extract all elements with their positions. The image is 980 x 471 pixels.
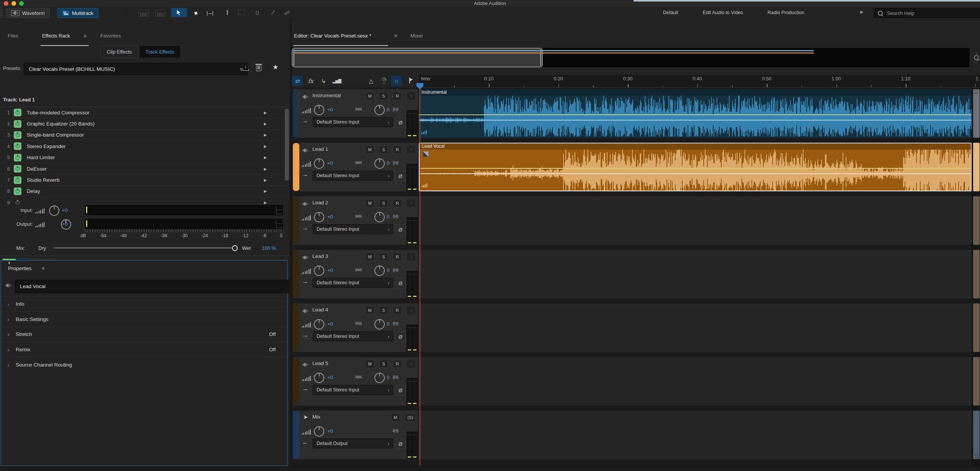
effect-power-icon[interactable] xyxy=(14,154,21,161)
track-meter-fader[interactable] xyxy=(407,217,418,244)
razor-tool-button[interactable]: ◆ xyxy=(191,8,201,17)
solo-button[interactable]: S xyxy=(379,199,388,207)
track-color-strip[interactable] xyxy=(293,143,299,191)
phase-invert-button[interactable]: Ø xyxy=(395,171,406,181)
track-lane-lead-3[interactable] xyxy=(419,250,972,298)
volume-envelope-line[interactable] xyxy=(419,114,972,115)
volume-knob[interactable] xyxy=(314,212,324,222)
mute-button[interactable]: M xyxy=(365,92,374,100)
solo-button[interactable]: S xyxy=(379,92,388,100)
clip-lead-vocal[interactable]: Lead Vocal xyxy=(419,143,972,191)
track-scroll-segment-5[interactable] xyxy=(973,303,980,352)
input-select[interactable]: Default Stereo Input › xyxy=(313,224,393,234)
pan-knob[interactable] xyxy=(374,212,385,222)
effect-power-icon[interactable] xyxy=(14,131,21,139)
spectral-frequency-icon[interactable] xyxy=(139,10,149,17)
spot-healing-tool-button[interactable] xyxy=(282,8,292,17)
input-gain-knob[interactable] xyxy=(49,205,59,216)
search-help-box[interactable] xyxy=(874,8,980,18)
automation-mode-icon[interactable]: ((•)) xyxy=(393,429,398,433)
track-lane-lead-4[interactable] xyxy=(419,303,972,352)
track-color-strip[interactable] xyxy=(293,411,299,459)
phase-invert-button[interactable]: Ø xyxy=(395,278,406,288)
routing-icon[interactable]: ↳ xyxy=(318,76,329,86)
properties-section-remix[interactable]: › Remix Off xyxy=(1,342,286,357)
effect-power-icon[interactable] xyxy=(14,120,21,128)
arm-record-button[interactable]: R xyxy=(393,253,402,261)
clip-instrumental[interactable]: Instrumental xyxy=(419,89,972,138)
track-header-lead-5[interactable]: Lead 5 MSRI +0 |ılı|ılı| 0 ((•)) → Defau… xyxy=(293,357,418,406)
track-header-lead-3[interactable]: Lead 3 MSRI +0 |ılı|ılı| 0 ((•)) → Defau… xyxy=(293,250,418,298)
solo-button[interactable]: S xyxy=(379,306,388,315)
track-scroll-segment-2[interactable] xyxy=(973,143,980,191)
phase-invert-button[interactable]: Ø xyxy=(395,331,406,342)
effect-power-icon[interactable] xyxy=(14,176,21,184)
volume-knob[interactable] xyxy=(314,266,324,276)
pan-value[interactable]: 0 xyxy=(387,214,389,220)
track-meter-fader[interactable] xyxy=(407,164,418,191)
input-select[interactable]: Default Stereo Input › xyxy=(313,278,393,288)
effect-power-icon[interactable] xyxy=(14,142,21,150)
track-lane-mix[interactable] xyxy=(419,411,972,459)
pan-knob[interactable] xyxy=(374,373,385,383)
panel-grip[interactable] xyxy=(0,8,3,18)
favorite-star-icon[interactable]: ★ xyxy=(273,63,278,71)
effect-slot-1[interactable]: 1 Tube-modeled Compressor ▶ xyxy=(0,107,290,118)
mix-percent-value[interactable]: 100 % xyxy=(262,245,276,251)
effect-expand-icon[interactable]: ▶ xyxy=(264,178,267,182)
effect-expand-icon[interactable]: ▶ xyxy=(264,189,267,193)
track-meter-fader[interactable] xyxy=(407,432,418,459)
input-select[interactable]: Default Stereo Input › xyxy=(313,331,393,341)
properties-menu-icon[interactable]: ≡ xyxy=(42,266,45,271)
track-lane-lead-2[interactable] xyxy=(419,196,972,245)
track-meter-fader[interactable] xyxy=(407,271,418,298)
track-header-instrumental[interactable]: Instrumental MSRI +0 |ılı|ılı| 0 ((•)) →… xyxy=(293,89,418,138)
track-lane-lead-5[interactable] xyxy=(419,357,972,406)
paintbrush-tool-button[interactable] xyxy=(267,8,278,17)
waveform-view-button[interactable]: Waveform xyxy=(6,8,50,18)
effect-power-icon[interactable] xyxy=(14,187,21,195)
volume-value[interactable]: +0 xyxy=(327,375,333,380)
tab-mixer[interactable]: Mixer xyxy=(410,33,423,39)
track-color-strip[interactable] xyxy=(293,90,299,137)
pan-value[interactable]: 0 xyxy=(387,160,389,166)
input-select[interactable]: Default Stereo Input › xyxy=(313,385,393,395)
marquee-tool-button[interactable] xyxy=(236,8,247,17)
properties-section-source-channel-routing[interactable]: › Source Channel Routing xyxy=(1,357,286,372)
track-scroll-segment-4[interactable] xyxy=(973,250,980,298)
search-help-input[interactable] xyxy=(886,10,964,16)
zoom-navigate-icon[interactable]: ↕↕ xyxy=(972,52,980,64)
tab-favorites[interactable]: Favorites xyxy=(100,33,121,39)
move-tool-button[interactable] xyxy=(171,8,187,17)
track-effects-button[interactable]: Track Effects xyxy=(139,46,181,58)
mute-button[interactable]: M xyxy=(391,413,400,422)
input-gain-value[interactable]: +0 xyxy=(62,207,68,213)
automation-mode-icon[interactable]: ((•)) xyxy=(393,268,398,272)
effect-expand-icon[interactable]: ▶ xyxy=(264,122,267,126)
arm-record-button[interactable]: R xyxy=(393,306,402,315)
fade-handle-icon[interactable] xyxy=(423,151,429,157)
effect-slot-9[interactable]: 9 ▶ xyxy=(0,197,290,205)
add-marker-button[interactable] xyxy=(404,76,415,86)
time-display-button[interactable]: ◷↔ xyxy=(379,76,389,86)
effect-expand-icon[interactable]: ▶ xyxy=(264,111,267,115)
solo-button[interactable]: S xyxy=(379,253,388,261)
output-select[interactable]: Default Output › xyxy=(313,438,393,448)
ibeam-tool-button[interactable]: I xyxy=(222,8,233,17)
track-color-strip[interactable] xyxy=(293,197,299,244)
effect-slot-6[interactable]: 6 DeEsser ▶ xyxy=(0,163,290,174)
track-meter-fader[interactable] xyxy=(407,110,418,137)
track-header-lead-4[interactable]: Lead 4 MSRI +0 |ılı|ılı| 0 ((•)) → Defau… xyxy=(293,303,418,352)
input-monitor-button[interactable]: I xyxy=(407,145,416,154)
editor-menu-icon[interactable]: ≡ xyxy=(394,33,397,39)
properties-section-stretch[interactable]: › Stretch Off xyxy=(1,327,286,342)
solo-button[interactable]: S xyxy=(379,145,388,154)
arm-record-button[interactable]: R xyxy=(393,92,402,100)
input-monitor-button[interactable]: I xyxy=(407,199,416,207)
mute-button[interactable]: M xyxy=(365,253,374,261)
track-name-label[interactable]: Lead 5 xyxy=(312,360,328,366)
effect-slot-3[interactable]: 3 Single-band Compressor ▶ xyxy=(0,130,290,141)
track-name-label[interactable]: Instrumental xyxy=(312,93,341,98)
workspace-edit-audio-to-video[interactable]: Edit Audio to Video xyxy=(703,10,743,15)
effect-expand-icon[interactable]: ▶ xyxy=(264,167,267,171)
